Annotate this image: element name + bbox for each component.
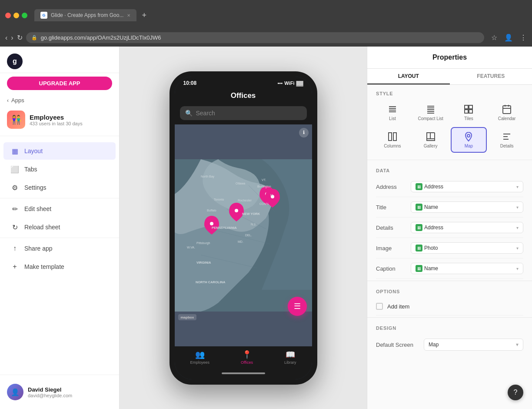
phone-screen: 10:08 ▪▪▪ WiFi ▓▓ Offices � [175,77,312,379]
tab-favicon: G [40,12,47,19]
caption-chip[interactable]: ▦ Name ▾ [411,263,523,274]
details-icon [502,131,512,142]
sidebar-item-share-label: Share app [24,245,53,252]
tab-layout[interactable]: LAYOUT [367,69,450,84]
edit-icon: ✏ [10,204,19,213]
back-arrow-icon: ‹ [7,97,9,104]
details-label: Details [376,225,411,231]
section-divider-data [367,160,532,160]
layout-icon: ▦ [10,147,19,155]
details-chip[interactable]: ▦ Address ▾ [411,222,523,233]
sidebar-item-tabs[interactable]: ⬜ Tabs [3,161,116,178]
minimize-window-btn[interactable] [13,13,19,18]
address-chevron-icon: ▾ [516,184,519,189]
reload-icon: ↻ [10,223,19,231]
browser-chrome: G Glide · Create Apps from Goo... ✕ + ‹ … [0,0,532,47]
app-name: Employees [30,114,83,121]
svg-text:M.: M. [270,194,274,197]
close-window-btn[interactable] [5,13,11,18]
style-item-calendar[interactable]: Calendar [489,100,525,125]
details-chip-icon: ▦ [416,224,422,231]
more-options-icon[interactable]: ⋮ [520,34,527,42]
profile-icon[interactable]: 👤 [504,34,513,42]
svg-text:CONN.: CONN. [259,202,269,205]
status-icons: ▪▪▪ WiFi ▓▓ [278,80,303,86]
user-avatar: 👤 [7,384,23,400]
phone-nav-offices[interactable]: 📍 Offices [241,350,253,365]
design-section: Default Screen Map ▾ [367,334,532,355]
phone-map-area[interactable]: North Bay Ottawa Burlington Toronto Roch… [175,124,312,346]
svg-rect-36 [465,105,468,109]
reload-btn[interactable]: ↻ [17,34,23,42]
phone-nav-library[interactable]: 📖 Library [284,350,296,365]
new-tab-btn[interactable]: + [142,11,146,20]
phone-app-title: Offices [175,88,312,104]
add-item-checkbox[interactable] [376,303,383,310]
svg-text:Rochester: Rochester [238,199,252,202]
app-icon: 👫 [7,111,25,129]
user-profile[interactable]: 👤 David Siegel david@heyglide.com [0,379,119,406]
address-chip[interactable]: ▦ Address ▾ [411,181,523,192]
bookmark-icon[interactable]: ☆ [491,34,497,42]
svg-rect-38 [465,110,468,113]
sidebar-divider-3 [0,238,119,238]
home-indicator [222,372,265,374]
employees-nav-icon: 👥 [195,350,205,359]
app-info: 👫 Employees 433 users in last 30 days [0,107,119,134]
upgrade-app-button[interactable]: UPGRADE APP [7,77,112,90]
default-screen-value: Map ▾ [424,339,523,351]
caption-label: Caption [376,265,411,272]
sidebar-item-settings[interactable]: ⚙ Settings [3,179,116,196]
sidebar-item-edit-sheet[interactable]: ✏ Edit sheet [3,200,116,218]
sidebar-item-share-app[interactable]: ↑ Share app [3,240,116,257]
svg-text:Buffalo: Buffalo [207,209,216,212]
image-chevron-icon: ▾ [516,246,519,251]
sidebar-item-reload-sheet[interactable]: ↻ Reload sheet [3,218,116,236]
address-bar[interactable]: 🔒 go.glideapps.com/app/OAm2s2UzjLlDcTlx0… [26,32,484,43]
svg-rect-47 [427,133,430,139]
style-item-columns[interactable]: Columns [374,127,411,153]
phone-nav-employees[interactable]: 👥 Employees [190,350,210,365]
svg-text:Pittsburgh: Pittsburgh [196,241,210,245]
style-item-details[interactable]: Details [489,127,525,153]
title-chip-text: Name [424,204,438,210]
help-button[interactable]: ? [508,385,523,400]
caption-value: ▦ Name ▾ [411,263,523,274]
lock-icon: 🔒 [31,35,37,40]
details-chevron-icon: ▾ [516,225,519,230]
style-item-map[interactable]: Map [451,127,487,153]
offices-nav-icon: 📍 [242,350,252,359]
sidebar-item-template-label: Make template [24,263,64,270]
sidebar: g UPGRADE APP ‹ Apps 👫 Employees 433 use… [0,47,120,409]
sidebar-item-layout[interactable]: ▦ Layout [3,142,116,160]
details-chip-text: Address [424,225,443,231]
default-screen-chip[interactable]: Map ▾ [424,339,523,351]
caption-chip-text: Name [424,265,438,272]
map-info-btn[interactable]: ℹ [299,128,309,137]
style-item-compact-list[interactable]: Compact List [412,100,449,125]
properties-title: Properties [367,47,532,69]
tab-features[interactable]: FEATURES [450,69,532,84]
style-item-gallery[interactable]: Gallery [412,127,449,153]
user-email: david@heyglide.com [28,393,72,398]
style-item-tiles[interactable]: Tiles [451,100,487,125]
style-item-list[interactable]: List [374,100,411,125]
back-to-apps-btn[interactable]: ‹ Apps [0,94,119,107]
fab-button[interactable]: ☰ [288,297,307,316]
data-row-caption: Caption ▦ Name ▾ [376,258,523,279]
settings-icon: ⚙ [10,183,19,192]
caption-chip-icon: ▦ [416,265,422,272]
forward-btn[interactable]: › [11,34,13,42]
svg-text:W.VA.: W.VA. [187,246,195,249]
sidebar-item-edit-label: Edit sheet [24,205,51,212]
title-label: Title [376,204,411,211]
tab-close-btn[interactable]: ✕ [127,13,130,18]
title-chip[interactable]: ▦ Name ▾ [411,201,523,213]
svg-rect-37 [469,105,472,109]
back-btn[interactable]: ‹ [5,34,7,42]
maximize-window-btn[interactable] [22,13,27,18]
browser-tab[interactable]: G Glide · Create Apps from Goo... ✕ [34,9,136,21]
sidebar-item-make-template[interactable]: + Make template [3,258,116,275]
phone-search-input[interactable]: 🔍 Search [180,106,307,120]
image-chip[interactable]: ▦ Photo ▾ [411,242,523,254]
